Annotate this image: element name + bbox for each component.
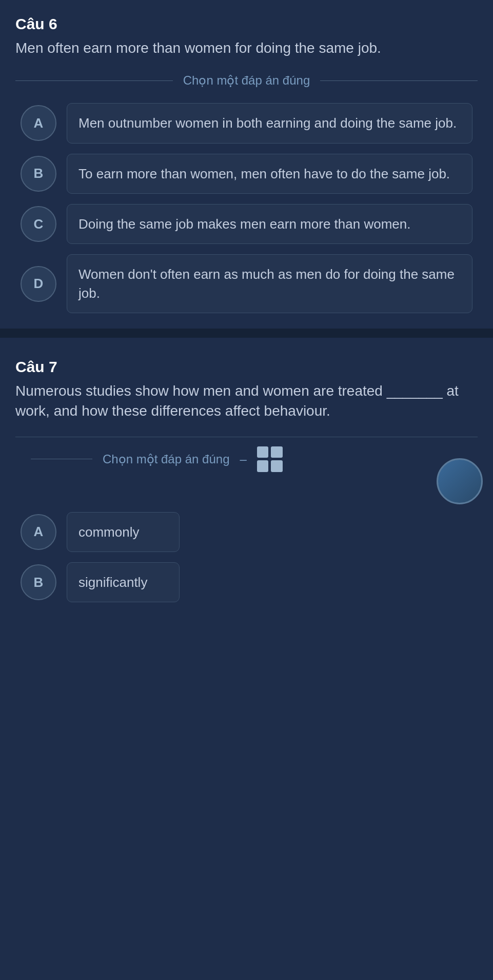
question-6-number: Câu 6 — [15, 15, 478, 33]
bottom-divider-line-left — [31, 459, 92, 459]
question-7-text: Numerous studies show how men and women … — [15, 381, 478, 421]
grid-cell-4 — [271, 460, 283, 472]
grid-cell-2 — [271, 446, 283, 458]
q7-option-a-item[interactable]: A commonly — [21, 512, 472, 552]
option-c-circle: C — [21, 206, 56, 242]
option-c-letter: C — [34, 216, 44, 232]
question-7-options: A commonly B significantly — [15, 512, 478, 619]
question-6-divider: Chọn một đáp án đúng — [15, 73, 478, 88]
question-7-section: Câu 7 Numerous studies show how men and … — [0, 343, 493, 619]
question-6-options: A Men outnumber women in both earning an… — [15, 103, 478, 313]
q7-option-a-circle: A — [21, 514, 56, 550]
grid-cell-3 — [257, 460, 269, 472]
q7-option-b-letter: B — [34, 575, 44, 590]
option-b-item[interactable]: B To earn more than women, men often hav… — [21, 154, 472, 194]
bottom-bar: Chọn một đáp án đúng – — [15, 437, 478, 481]
section-separator — [0, 329, 493, 338]
question-6-text: Men often earn more than women for doing… — [15, 38, 478, 58]
option-b-circle: B — [21, 156, 56, 192]
option-a-letter: A — [34, 115, 44, 131]
option-d-circle: D — [21, 266, 56, 302]
q7-option-b-circle: B — [21, 564, 56, 600]
option-b-text: To earn more than women, men often have … — [67, 154, 472, 194]
option-d-item[interactable]: D Women don't often earn as much as men … — [21, 254, 472, 313]
float-circle-button[interactable] — [437, 458, 483, 504]
question-6-section: Câu 6 Men often earn more than women for… — [0, 0, 493, 313]
q7-option-b-text: significantly — [67, 562, 180, 602]
bottom-divider-label: Chọn một đáp án đúng — [92, 452, 240, 466]
option-b-letter: B — [34, 166, 44, 181]
page-container: Câu 6 Men often earn more than women for… — [0, 0, 493, 980]
q7-option-a-text: commonly — [67, 512, 180, 552]
option-d-letter: D — [34, 276, 44, 292]
option-d-text: Women don't often earn as much as men do… — [67, 254, 472, 313]
option-a-circle: A — [21, 105, 56, 141]
option-a-item[interactable]: A Men outnumber women in both earning an… — [21, 103, 472, 143]
divider-line-right — [320, 80, 478, 81]
grid-cell-1 — [257, 446, 269, 458]
option-c-item[interactable]: C Doing the same job makes men earn more… — [21, 204, 472, 244]
option-a-text: Men outnumber women in both earning and … — [67, 103, 472, 143]
divider-line-left — [15, 80, 173, 81]
q7-option-b-partial: B significantly — [21, 562, 472, 619]
divider-label-q6: Chọn một đáp án đúng — [173, 73, 321, 88]
q7-option-a-letter: A — [34, 524, 44, 540]
q7-option-b-item[interactable]: B significantly — [21, 562, 472, 602]
bottom-minus-icon: – — [240, 452, 247, 466]
question-7-number: Câu 7 — [15, 358, 478, 376]
option-c-text: Doing the same job makes men earn more t… — [67, 204, 472, 244]
grid-icon[interactable] — [257, 446, 283, 472]
